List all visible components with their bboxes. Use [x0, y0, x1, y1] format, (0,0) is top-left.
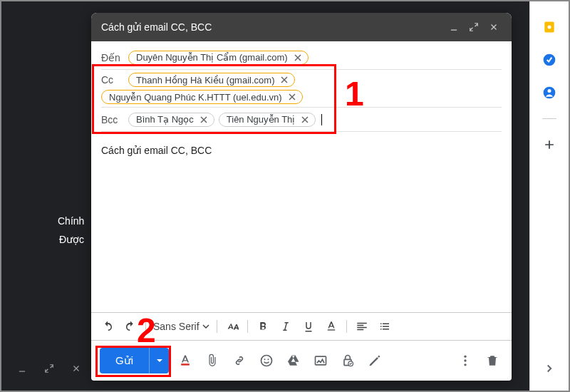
emoji-icon[interactable] [256, 350, 277, 371]
underline-icon[interactable] [299, 317, 318, 336]
svg-point-8 [464, 356, 466, 358]
recipient-fields: Đến Duyên Nguyễn Thị Cẩm (gmail.com) Cc … [91, 41, 512, 132]
bottom-bar: Gửi [91, 341, 512, 381]
cc-row[interactable]: Cc Thanh Hồng Hà Kiều (gmail.com) Nguyễn… [101, 70, 502, 108]
image-icon[interactable] [310, 350, 331, 371]
svg-point-15 [548, 89, 551, 93]
undo-icon[interactable] [98, 317, 117, 336]
cc-label: Cc [101, 74, 125, 86]
bcc-label: Bcc [101, 114, 125, 125]
bg-close-icon[interactable] [68, 361, 84, 376]
pen-icon[interactable] [364, 350, 385, 371]
minimize-icon[interactable] [446, 19, 462, 35]
svg-point-12 [548, 26, 551, 29]
to-row[interactable]: Đến Duyên Nguyễn Thị Cẩm (gmail.com) [101, 46, 502, 70]
list-icon[interactable] [375, 317, 394, 336]
link-icon[interactable] [229, 350, 250, 371]
drive-icon[interactable] [283, 350, 304, 371]
italic-icon[interactable] [276, 317, 295, 336]
font-name: Sans Serif [153, 321, 200, 332]
svg-point-4 [268, 359, 269, 360]
svg-point-3 [264, 359, 266, 360]
chip-label: Tiên Nguyễn Thị [227, 114, 296, 125]
expand-icon[interactable] [466, 19, 482, 35]
cc-chip[interactable]: Nguyễn Quang Phúc K.HTTT (uel.edu.vn) [101, 90, 303, 104]
redo-icon[interactable] [121, 317, 140, 336]
svg-point-9 [464, 359, 466, 361]
side-panel [529, 1, 569, 391]
window-title: Cách gửi email CC, BCC [101, 21, 212, 33]
chip-label: Thanh Hồng Hà Kiều (gmail.com) [136, 75, 274, 86]
bg-text-duoc: Được [59, 234, 84, 245]
chip-remove-icon[interactable] [286, 91, 298, 103]
align-icon[interactable] [353, 317, 371, 336]
text-cursor [321, 114, 322, 125]
svg-rect-5 [316, 356, 326, 365]
format-toolbar: Sans Serif [91, 312, 512, 341]
bg-minimize-icon[interactable] [14, 361, 30, 376]
svg-rect-0 [327, 329, 335, 331]
to-label: Đến [101, 52, 125, 63]
send-label: Gửi [100, 354, 149, 367]
lock-icon[interactable] [337, 350, 358, 371]
bg-text-chinh: Chính [58, 215, 84, 227]
close-icon[interactable] [486, 19, 502, 35]
svg-point-2 [261, 356, 272, 366]
cc-chip[interactable]: Thanh Hồng Hà Kiều (gmail.com) [128, 73, 295, 87]
chip-label: Nguyễn Quang Phúc K.HTTT (uel.edu.vn) [109, 92, 282, 103]
chip-label: Duyên Nguyễn Thị Cẩm (gmail.com) [136, 52, 288, 63]
bg-expand-icon[interactable] [41, 361, 57, 376]
keep-icon[interactable] [542, 20, 556, 34]
contacts-icon[interactable] [542, 86, 556, 100]
font-size-icon[interactable] [223, 317, 242, 336]
titlebar: Cách gửi email CC, BCC [91, 13, 512, 41]
to-chip[interactable]: Duyên Nguyễn Thị Cẩm (gmail.com) [128, 51, 309, 65]
chip-remove-icon[interactable] [292, 52, 304, 63]
body-text: Cách gửi email CC, BCC [101, 145, 212, 156]
email-body[interactable]: Cách gửi email CC, BCC [91, 132, 512, 312]
chip-remove-icon[interactable] [299, 114, 311, 125]
send-more-icon[interactable] [149, 348, 169, 373]
tasks-icon[interactable] [542, 53, 556, 67]
collapse-side-icon[interactable] [543, 362, 556, 378]
bold-icon[interactable] [254, 317, 272, 336]
chip-remove-icon[interactable] [198, 114, 209, 125]
trash-icon[interactable] [482, 350, 503, 371]
text-color-icon[interactable] [322, 317, 341, 336]
svg-point-10 [464, 363, 466, 366]
add-icon[interactable] [542, 138, 556, 152]
chip-remove-icon[interactable] [279, 74, 290, 86]
text-format-icon[interactable] [175, 350, 196, 371]
send-button[interactable]: Gửi [100, 348, 169, 373]
more-icon[interactable] [455, 350, 476, 371]
bcc-chip[interactable]: Tiên Nguyễn Thị [219, 113, 316, 127]
svg-rect-1 [181, 363, 190, 366]
chip-label: Bình Tạ Ngọc [136, 114, 194, 125]
bcc-row[interactable]: Bcc Bình Tạ Ngọc Tiên Nguyễn Thị [101, 108, 502, 132]
bg-minimized-controls [10, 361, 84, 376]
compose-window: Cách gửi email CC, BCC Đến Duyên Nguyễn … [91, 13, 512, 381]
bcc-chip[interactable]: Bình Tạ Ngọc [128, 113, 214, 127]
font-selector[interactable]: Sans Serif [152, 321, 211, 332]
attach-icon[interactable] [202, 350, 223, 371]
